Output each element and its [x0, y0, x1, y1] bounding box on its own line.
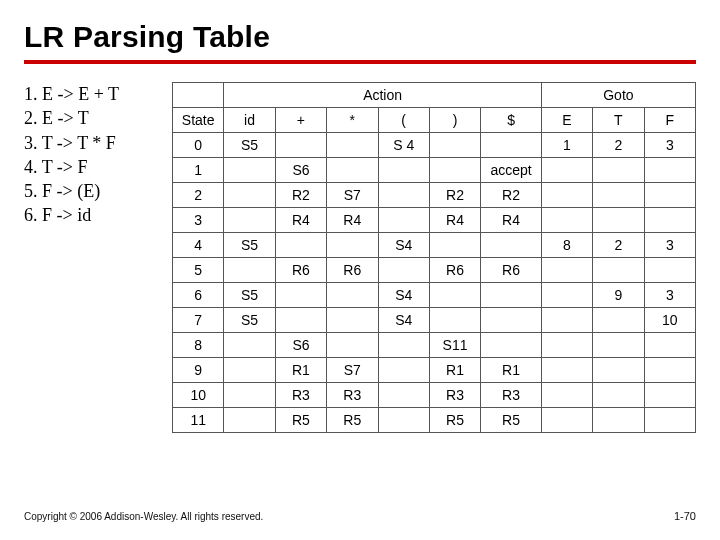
table-row: 6S5S493	[173, 283, 696, 308]
parsing-table-body: 0S5S 41231S6accept2R2S7R2R23R4R4R4R44S5S…	[173, 133, 696, 433]
col-header: *	[327, 108, 378, 133]
section-header-row: Action Goto	[173, 83, 696, 108]
table-row: 5R6R6R6R6	[173, 258, 696, 283]
col-header: F	[644, 108, 695, 133]
parsing-table-wrap: Action Goto State id + * ( ) $ E T F 0S5…	[172, 82, 696, 433]
table-cell	[541, 183, 592, 208]
table-cell	[481, 133, 542, 158]
table-cell	[541, 408, 592, 433]
title-rule	[24, 60, 696, 64]
grammar-list: 1. E -> E + T 2. E -> T 3. T -> T * F 4.…	[24, 82, 154, 228]
table-cell	[429, 158, 480, 183]
column-header-row: State id + * ( ) $ E T F	[173, 108, 696, 133]
table-cell	[327, 133, 378, 158]
col-state-header: State	[173, 108, 224, 133]
table-cell: 3	[644, 133, 695, 158]
action-section-header: Action	[224, 83, 541, 108]
table-row: 10R3R3R3R3	[173, 383, 696, 408]
table-cell	[378, 208, 429, 233]
table-cell	[327, 233, 378, 258]
table-cell: R4	[327, 208, 378, 233]
table-row: 8S6S11	[173, 333, 696, 358]
table-cell	[378, 258, 429, 283]
goto-section-header: Goto	[541, 83, 695, 108]
table-cell	[541, 333, 592, 358]
table-cell: 9	[593, 283, 644, 308]
table-cell: S5	[224, 233, 275, 258]
table-cell: 3	[644, 233, 695, 258]
table-row: 2R2S7R2R2	[173, 183, 696, 208]
table-cell	[593, 408, 644, 433]
table-cell: S7	[327, 183, 378, 208]
table-cell: R4	[275, 208, 326, 233]
table-row: 9R1S7R1R1	[173, 358, 696, 383]
table-cell: 2	[593, 133, 644, 158]
table-cell	[541, 283, 592, 308]
table-cell: R3	[481, 383, 542, 408]
table-cell	[644, 183, 695, 208]
table-cell	[429, 233, 480, 258]
table-cell	[327, 283, 378, 308]
grammar-rule: 2. E -> T	[24, 106, 154, 130]
table-cell: S4	[378, 283, 429, 308]
table-cell	[224, 158, 275, 183]
table-cell	[224, 333, 275, 358]
slide-title: LR Parsing Table	[24, 20, 696, 54]
table-cell	[541, 258, 592, 283]
table-cell	[644, 158, 695, 183]
table-cell: R2	[275, 183, 326, 208]
table-cell: R1	[275, 358, 326, 383]
table-cell	[327, 333, 378, 358]
table-cell	[644, 258, 695, 283]
table-cell: R6	[275, 258, 326, 283]
state-cell: 9	[173, 358, 224, 383]
table-cell	[593, 183, 644, 208]
table-cell	[378, 408, 429, 433]
state-cell: 8	[173, 333, 224, 358]
grammar-rule: 5. F -> (E)	[24, 179, 154, 203]
grammar-rule: 6. F -> id	[24, 203, 154, 227]
table-cell	[593, 158, 644, 183]
table-cell	[593, 258, 644, 283]
table-cell: S7	[327, 358, 378, 383]
table-cell: S5	[224, 283, 275, 308]
table-cell: R2	[429, 183, 480, 208]
table-cell	[481, 283, 542, 308]
state-cell: 7	[173, 308, 224, 333]
table-cell: R2	[481, 183, 542, 208]
table-row: 4S5S4823	[173, 233, 696, 258]
col-header: id	[224, 108, 275, 133]
table-cell: S5	[224, 133, 275, 158]
table-cell	[541, 308, 592, 333]
table-cell	[224, 258, 275, 283]
state-cell: 0	[173, 133, 224, 158]
table-cell: R6	[481, 258, 542, 283]
table-cell: R5	[327, 408, 378, 433]
table-cell: S4	[378, 233, 429, 258]
table-cell	[378, 333, 429, 358]
page-number: 1-70	[674, 510, 696, 522]
table-cell	[644, 358, 695, 383]
table-cell	[429, 283, 480, 308]
table-cell	[541, 383, 592, 408]
table-row: 3R4R4R4R4	[173, 208, 696, 233]
table-cell: S11	[429, 333, 480, 358]
table-cell	[481, 233, 542, 258]
slide: LR Parsing Table 1. E -> E + T 2. E -> T…	[0, 0, 720, 540]
table-cell	[541, 158, 592, 183]
table-cell	[224, 383, 275, 408]
grammar-rule: 1. E -> E + T	[24, 82, 154, 106]
col-header: E	[541, 108, 592, 133]
col-header: $	[481, 108, 542, 133]
state-cell: 1	[173, 158, 224, 183]
corner-cell	[173, 83, 224, 108]
table-cell: R5	[275, 408, 326, 433]
table-cell	[275, 133, 326, 158]
table-cell: R5	[429, 408, 480, 433]
table-cell: S6	[275, 158, 326, 183]
content-area: 1. E -> E + T 2. E -> T 3. T -> T * F 4.…	[24, 82, 696, 433]
col-header: )	[429, 108, 480, 133]
table-cell	[224, 208, 275, 233]
table-cell: R4	[481, 208, 542, 233]
table-row: 0S5S 4123	[173, 133, 696, 158]
